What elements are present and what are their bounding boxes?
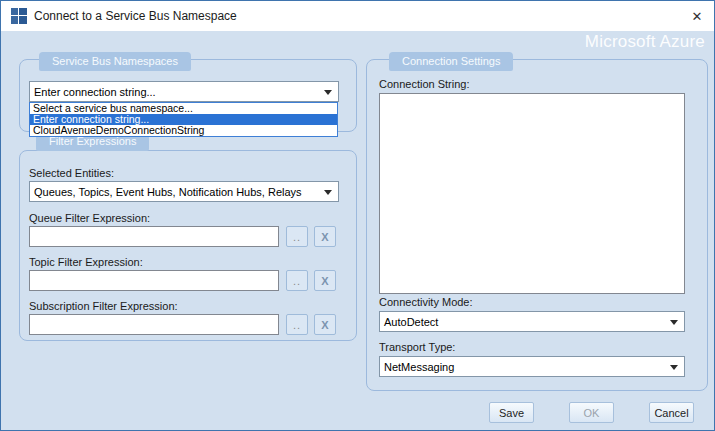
selected-entities-value: Queues, Topics, Event Hubs, Notification…	[34, 186, 302, 198]
queue-filter-input[interactable]	[29, 226, 279, 247]
subscription-filter-label: Subscription Filter Expression:	[29, 300, 178, 312]
topic-filter-browse-button[interactable]: ..	[286, 270, 308, 291]
save-button[interactable]: Save	[489, 402, 534, 423]
namespace-combobox-value: Enter connection string...	[34, 86, 156, 98]
subscription-filter-input[interactable]	[29, 314, 279, 335]
microsoft-azure-logo: Microsoft Azure	[585, 32, 705, 52]
selected-entities-label: Selected Entities:	[29, 167, 114, 179]
chevron-down-icon[interactable]	[670, 320, 678, 325]
dropdown-item-cloudavenue-connection[interactable]: CloudAvenueDemoConnectionString	[30, 125, 337, 136]
topic-filter-clear-button[interactable]: X	[314, 270, 336, 291]
queue-filter-label: Queue Filter Expression:	[29, 212, 150, 224]
namespaces-group-title: Service Bus Namespaces	[39, 52, 191, 71]
subscription-filter-browse-button[interactable]: ..	[286, 314, 308, 335]
subscription-filter-clear-button[interactable]: X	[314, 314, 336, 335]
connectivity-mode-value: AutoDetect	[384, 316, 438, 328]
transport-type-label: Transport Type:	[379, 341, 455, 353]
queue-filter-clear-button[interactable]: X	[314, 226, 336, 247]
cancel-button[interactable]: Cancel	[649, 402, 694, 423]
app-icon	[11, 8, 27, 24]
ok-button[interactable]: OK	[569, 402, 614, 423]
namespace-dropdown-list: Select a service bus namespace... Enter …	[29, 102, 338, 137]
queue-filter-browse-button[interactable]: ..	[286, 226, 308, 247]
transport-type-value: NetMessaging	[384, 361, 454, 373]
chevron-down-icon[interactable]	[670, 365, 678, 370]
connectivity-mode-combobox[interactable]: AutoDetect	[379, 311, 685, 332]
transport-type-combobox[interactable]: NetMessaging	[379, 356, 685, 377]
chevron-down-icon[interactable]	[324, 90, 332, 95]
selected-entities-combobox[interactable]: Queues, Topics, Event Hubs, Notification…	[29, 181, 339, 202]
window-title: Connect to a Service Bus Namespace	[34, 9, 237, 23]
dropdown-item-select-namespace[interactable]: Select a service bus namespace...	[30, 103, 337, 114]
connect-dialog: Connect to a Service Bus Namespace ✕ Mic…	[0, 0, 715, 431]
connection-settings-group-title: Connection Settings	[389, 52, 513, 71]
dropdown-item-enter-connection-string[interactable]: Enter connection string...	[30, 114, 337, 125]
topic-filter-input[interactable]	[29, 270, 279, 291]
topic-filter-label: Topic Filter Expression:	[29, 256, 143, 268]
namespace-combobox[interactable]: Enter connection string...	[29, 81, 339, 102]
title-bar: Connect to a Service Bus Namespace ✕	[1, 1, 714, 31]
connection-string-label: Connection String:	[379, 78, 470, 90]
close-icon[interactable]: ✕	[680, 1, 714, 31]
chevron-down-icon[interactable]	[324, 190, 332, 195]
connection-string-textarea[interactable]	[379, 93, 685, 294]
connectivity-mode-label: Connectivity Mode:	[379, 296, 473, 308]
